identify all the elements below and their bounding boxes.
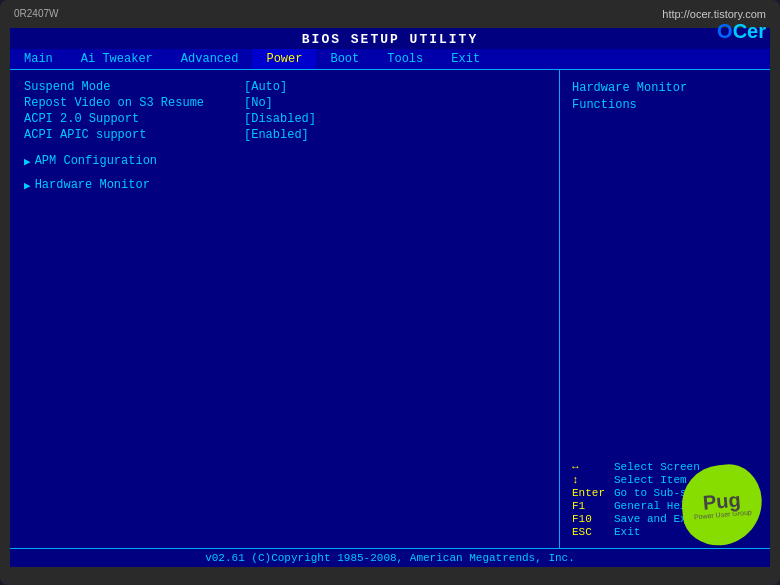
key-2-name: Enter — [572, 487, 610, 499]
menu-bar: Main Ai Tweaker Advanced Power Boot Tool… — [10, 49, 770, 70]
setting-name-0: Suspend Mode — [24, 80, 244, 94]
left-panel: Suspend Mode [Auto] Repost Video on S3 R… — [10, 70, 560, 548]
menu-exit[interactable]: Exit — [437, 49, 494, 69]
watermark-cer: Cer — [733, 20, 766, 42]
setting-row-0: Suspend Mode [Auto] — [24, 80, 545, 94]
setting-row-1: Repost Video on S3 Resume [No] — [24, 96, 545, 110]
submenu-apm[interactable]: ▶ APM Configuration — [24, 154, 545, 168]
menu-power[interactable]: Power — [252, 49, 316, 69]
pug-circle: Pug Power User Group — [679, 462, 766, 549]
content-area: Suspend Mode [Auto] Repost Video on S3 R… — [10, 70, 770, 548]
key-1-name: ↕ — [572, 474, 610, 486]
bios-title: BIOS SETUP UTILITY — [10, 28, 770, 49]
status-bar: v02.61 (C)Copyright 1985-2008, American … — [10, 548, 770, 567]
menu-main[interactable]: Main — [10, 49, 67, 69]
setting-value-2[interactable]: [Disabled] — [244, 112, 316, 126]
key-3-name: F1 — [572, 500, 610, 512]
menu-advanced[interactable]: Advanced — [167, 49, 253, 69]
monitor-model: 0R2407W — [14, 8, 58, 19]
watermark-brand: OCer — [662, 20, 766, 43]
submenu-label-1: Hardware Monitor — [35, 178, 150, 192]
menu-ai-tweaker[interactable]: Ai Tweaker — [67, 49, 167, 69]
key-4-name: F10 — [572, 513, 610, 525]
key-5-desc: Exit — [614, 526, 640, 538]
submenu-hwmon[interactable]: ▶ Hardware Monitor — [24, 178, 545, 192]
pug-subtext: Power User Group — [694, 508, 752, 521]
key-1-desc: Select Item — [614, 474, 687, 486]
setting-name-1: Repost Video on S3 Resume — [24, 96, 244, 110]
setting-row-3: ACPI APIC support [Enabled] — [24, 128, 545, 142]
submenu-arrow-0: ▶ — [24, 155, 31, 168]
setting-name-2: ACPI 2.0 Support — [24, 112, 244, 126]
menu-boot[interactable]: Boot — [316, 49, 373, 69]
bios-screen: BIOS SETUP UTILITY Main Ai Tweaker Advan… — [10, 28, 770, 567]
setting-value-1[interactable]: [No] — [244, 96, 273, 110]
setting-value-0[interactable]: [Auto] — [244, 80, 287, 94]
watermark-url: http://ocer.tistory.com — [662, 8, 766, 20]
watermark-o: O — [717, 20, 733, 42]
setting-row-2: ACPI 2.0 Support [Disabled] — [24, 112, 545, 126]
pug-badge: Pug Power User Group — [682, 465, 762, 545]
watermark: http://ocer.tistory.com OCer — [662, 8, 766, 43]
key-0-name: ↔ — [572, 461, 610, 473]
menu-tools[interactable]: Tools — [373, 49, 437, 69]
setting-value-3[interactable]: [Enabled] — [244, 128, 309, 142]
key-5-name: ESC — [572, 526, 610, 538]
setting-name-3: ACPI APIC support — [24, 128, 244, 142]
help-title: Hardware Monitor Functions — [572, 80, 758, 114]
submenu-label-0: APM Configuration — [35, 154, 157, 168]
submenu-arrow-1: ▶ — [24, 179, 31, 192]
